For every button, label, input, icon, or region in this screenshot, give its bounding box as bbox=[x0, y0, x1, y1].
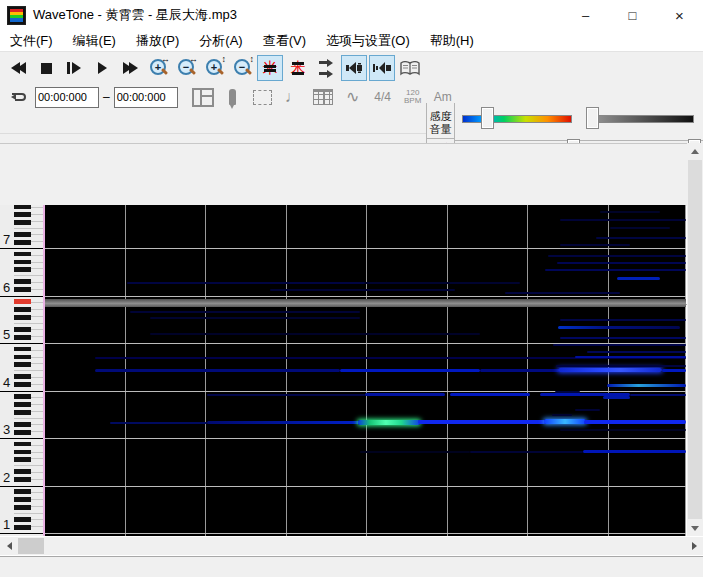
scroll-left-button[interactable] bbox=[1, 538, 17, 554]
panel-layout-button[interactable] bbox=[190, 84, 216, 110]
scroll-down-button[interactable] bbox=[687, 520, 703, 536]
piano-key-black[interactable] bbox=[14, 457, 31, 462]
scroll-up-button[interactable] bbox=[687, 143, 703, 159]
piano-key-black[interactable] bbox=[14, 355, 31, 360]
piano-key-black[interactable] bbox=[14, 252, 31, 257]
help-book-button[interactable] bbox=[397, 55, 423, 81]
vertical-scrollbar-thumb[interactable] bbox=[688, 160, 702, 519]
spectrogram-streak bbox=[560, 319, 686, 321]
volume-slider-thumb[interactable] bbox=[586, 107, 599, 129]
piano-key-black[interactable] bbox=[14, 315, 31, 320]
menu-item-2[interactable]: 播放(P) bbox=[126, 32, 189, 50]
piano-key-black[interactable] bbox=[14, 335, 31, 340]
maximize-button[interactable]: □ bbox=[609, 0, 656, 30]
piano-key-black[interactable] bbox=[14, 442, 31, 447]
grid-horizontal-line bbox=[45, 438, 686, 439]
scroll-right-button[interactable] bbox=[686, 538, 702, 554]
horizontal-scrollbar[interactable] bbox=[0, 537, 703, 555]
book-icon bbox=[400, 61, 420, 76]
close-button[interactable]: × bbox=[656, 0, 703, 30]
white-key-separator bbox=[14, 513, 43, 514]
menu-item-6[interactable]: 帮助(H) bbox=[420, 32, 484, 50]
shift-notes-button[interactable] bbox=[313, 55, 339, 81]
piano-key-black[interactable] bbox=[14, 517, 31, 522]
piano-key-black[interactable] bbox=[14, 267, 31, 272]
harmonic-display-button[interactable]: 米 bbox=[257, 55, 283, 81]
piano-key-black[interactable] bbox=[14, 402, 31, 407]
app-icon bbox=[7, 6, 26, 25]
piano-key-black[interactable] bbox=[14, 497, 31, 502]
play-button[interactable] bbox=[89, 55, 115, 81]
piano-key-black[interactable] bbox=[14, 374, 31, 379]
meter-button[interactable]: 4/4 bbox=[370, 84, 396, 110]
piano-key-black[interactable] bbox=[14, 477, 31, 482]
piano-key-black[interactable] bbox=[14, 489, 31, 494]
piano-key-black[interactable] bbox=[14, 410, 31, 415]
waveform-view-button[interactable]: ∿ bbox=[340, 84, 366, 110]
midi-output-button[interactable] bbox=[369, 55, 395, 81]
piano-key-black[interactable] bbox=[14, 422, 31, 427]
spectrogram-streak bbox=[95, 369, 340, 372]
spectrogram[interactable] bbox=[45, 205, 686, 536]
piano-key-black[interactable] bbox=[14, 525, 31, 530]
piano-key-black[interactable] bbox=[14, 232, 31, 237]
zoom-out-vertical-button[interactable]: ↕− bbox=[229, 55, 255, 81]
piano-key-black[interactable] bbox=[14, 505, 31, 510]
spectrogram-streak bbox=[552, 414, 572, 416]
piano-key-black[interactable] bbox=[14, 394, 31, 399]
wave-output-button[interactable] bbox=[341, 55, 367, 81]
spectrogram-streak bbox=[575, 356, 686, 358]
menu-item-1[interactable]: 编辑(E) bbox=[63, 32, 126, 50]
vertical-scrollbar[interactable] bbox=[687, 143, 703, 536]
piano-key-black[interactable] bbox=[14, 430, 31, 435]
note-input-button[interactable]: ♩ bbox=[280, 84, 306, 110]
minimize-button[interactable]: – bbox=[562, 0, 609, 30]
note-table-button[interactable] bbox=[310, 84, 336, 110]
wavetone-window: { "window": {"title": "WaveTone - 黄霄雲 - … bbox=[0, 0, 703, 577]
rewind-button[interactable] bbox=[5, 55, 31, 81]
piano-key-black[interactable] bbox=[14, 240, 31, 245]
stop-button[interactable] bbox=[33, 55, 59, 81]
loop-end-field[interactable]: 00:00:000 bbox=[114, 87, 178, 108]
piano-key-black[interactable] bbox=[14, 469, 31, 474]
loop-start-field[interactable]: 00:00:000 bbox=[35, 87, 99, 108]
piano-key-current-note[interactable] bbox=[14, 299, 31, 304]
zoom-in-vertical-button[interactable]: ↕+ bbox=[201, 55, 227, 81]
sensitivity-slider-track[interactable] bbox=[462, 115, 572, 123]
zoom-out-horizontal-button[interactable]: ↔− bbox=[173, 55, 199, 81]
fast-forward-button[interactable] bbox=[117, 55, 143, 81]
quarter-note-icon: ♩ bbox=[285, 89, 301, 105]
piano-key-black[interactable] bbox=[14, 212, 31, 217]
piano-key-black[interactable] bbox=[14, 382, 31, 387]
piano-key-black[interactable] bbox=[14, 450, 31, 455]
window-title: WaveTone - 黄霄雲 - 星辰大海.mp3 bbox=[33, 6, 237, 24]
menu-item-3[interactable]: 分析(A) bbox=[189, 32, 252, 50]
menu-item-0[interactable]: 文件(F) bbox=[0, 32, 63, 50]
piano-key-black[interactable] bbox=[14, 362, 31, 367]
piano-key-black[interactable] bbox=[14, 260, 31, 265]
meter-label: 4/4 bbox=[374, 90, 391, 104]
zoom-in-horizontal-button[interactable]: ↔+ bbox=[145, 55, 171, 81]
timeline-ruler[interactable]: 1234 00:00:00000:01:00000:02:00000:03:00… bbox=[0, 143, 687, 206]
piano-key-black[interactable] bbox=[14, 327, 31, 332]
horizontal-scrollbar-thumb[interactable] bbox=[18, 538, 44, 554]
menu-item-5[interactable]: 选项与设置(O) bbox=[316, 32, 420, 50]
piano-key-black[interactable] bbox=[14, 220, 31, 225]
piano-key-black[interactable] bbox=[14, 279, 31, 284]
tempo-button[interactable]: 120BPM bbox=[400, 84, 426, 110]
loop-button[interactable] bbox=[5, 84, 31, 110]
pencil-button[interactable] bbox=[220, 84, 246, 110]
volume-slider-track[interactable] bbox=[596, 115, 694, 123]
key-button[interactable]: Am bbox=[430, 84, 456, 110]
menu-item-4[interactable]: 查看(V) bbox=[253, 32, 316, 50]
piano-keyboard[interactable]: 7654321 bbox=[0, 205, 44, 536]
piano-key-black[interactable] bbox=[14, 205, 31, 209]
piano-key-black[interactable] bbox=[14, 287, 31, 292]
select-region-button[interactable] bbox=[250, 84, 276, 110]
piano-key-black[interactable] bbox=[14, 307, 31, 312]
sensitivity-slider-thumb[interactable] bbox=[481, 107, 494, 129]
spectrogram-streak bbox=[553, 344, 686, 346]
piano-key-black[interactable] bbox=[14, 347, 31, 352]
harmonic-suppress-button[interactable]: 米 bbox=[285, 55, 311, 81]
step-play-button[interactable] bbox=[61, 55, 87, 81]
